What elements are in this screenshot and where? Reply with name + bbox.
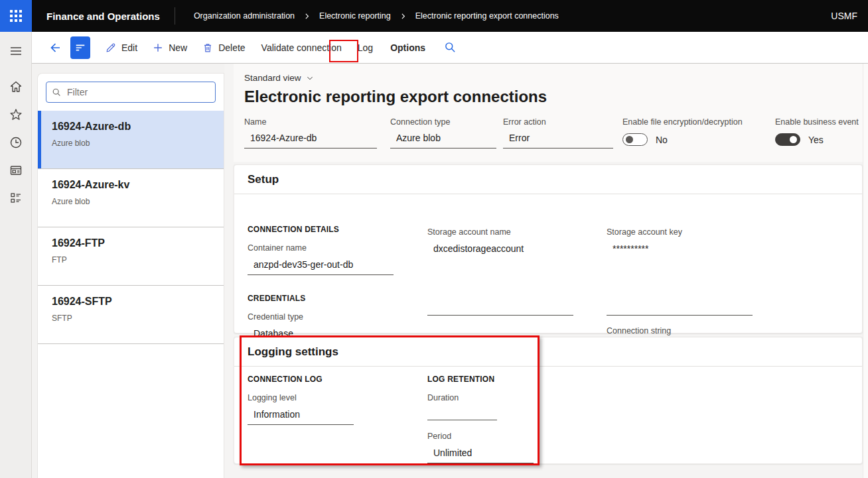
name-field-label: Name	[244, 117, 390, 127]
log-button[interactable]: Log	[358, 42, 373, 53]
error-action-field-label: Error action	[503, 117, 622, 127]
business-event-toggle[interactable]	[775, 133, 800, 146]
business-event-toggle-value: Yes	[808, 135, 824, 145]
name-field: Name 16924-Azure-db	[244, 117, 390, 149]
connection-details-group: CONNECTION DETAILS Container name anzpd-…	[248, 225, 413, 275]
connection-type-field-label: Connection type	[390, 117, 503, 127]
plus-icon	[152, 42, 164, 54]
list-item-sftp[interactable]: 16924-SFTP SFTP	[38, 286, 224, 344]
logging-settings-section-header[interactable]: Logging settings	[234, 337, 862, 367]
company-selector[interactable]: USMF	[831, 11, 857, 21]
filter-box[interactable]	[46, 82, 216, 103]
new-button[interactable]: New	[152, 42, 187, 54]
edit-button[interactable]: Edit	[105, 42, 137, 54]
storage-account-name-value: dxcedistorageaccount	[427, 243, 593, 259]
duration-label: Duration	[427, 393, 593, 402]
header-fields-row: Name 16924-Azure-db Connection type Azur…	[244, 117, 863, 149]
recent-clock-icon[interactable]	[5, 131, 27, 154]
setup-section-header[interactable]: Setup	[234, 165, 862, 194]
connection-log-group-header: CONNECTION LOG	[248, 375, 413, 384]
pencil-icon	[105, 42, 117, 54]
breadcrumb: Organization administration Electronic r…	[194, 11, 559, 21]
connection-name: 16924-Azure-kv	[52, 179, 214, 191]
connection-string-label: Connection string	[607, 326, 772, 335]
storage-account-name-label: Storage account name	[427, 227, 593, 237]
logging-level-input[interactable]: Information	[248, 409, 354, 425]
delete-button[interactable]: Delete	[202, 42, 245, 54]
setup-section: Setup CONNECTION DETAILS Container name …	[234, 164, 863, 333]
app-launcher-waffle-icon[interactable]	[0, 0, 32, 32]
back-button[interactable]	[46, 39, 64, 56]
connection-name: 16924-Azure-db	[52, 121, 214, 133]
connection-type: Azure blob	[52, 197, 214, 206]
logging-level-label: Logging level	[248, 393, 413, 402]
waffle-grid-icon	[10, 10, 22, 22]
edit-button-label: Edit	[121, 42, 137, 53]
connection-type: FTP	[52, 255, 214, 265]
storage-account-key-value: **********	[607, 243, 772, 259]
list-item-azure-db[interactable]: 16924-Azure-db Azure blob	[38, 111, 224, 169]
chevron-right-icon	[303, 13, 311, 20]
connection-log-group: CONNECTION LOG Logging level Information	[248, 375, 413, 425]
menu-icon[interactable]	[5, 40, 27, 62]
log-button-label: Log	[358, 42, 373, 53]
empty-field-input[interactable]	[427, 315, 573, 316]
options-label: Options	[390, 42, 425, 53]
vertical-scrollbar[interactable]	[863, 64, 868, 478]
topbar-divider	[175, 7, 175, 25]
list-item-ftp[interactable]: 16924-FTP FTP	[38, 227, 224, 286]
storage-account-name-field: Storage account name dxcedistorageaccoun…	[427, 227, 593, 259]
error-action-field: Error action Error	[503, 117, 622, 149]
toggle-knob	[626, 136, 633, 143]
breadcrumb-area[interactable]: Electronic reporting	[319, 11, 391, 21]
connection-name: 16924-FTP	[52, 237, 214, 249]
page-title: Electronic reporting export connections	[244, 88, 863, 106]
news-icon[interactable]	[5, 159, 27, 182]
container-name-input[interactable]: anzpd-dev35-ger-out-db	[248, 259, 394, 275]
encryption-field: Enable file encryption/decryption No	[622, 117, 775, 149]
page-header: Standard view Electronic reporting expor…	[234, 64, 863, 162]
log-retention-group: LOG RETENTION Duration Period Unlimited	[427, 375, 593, 463]
breadcrumb-page[interactable]: Electronic reporting export connections	[415, 11, 559, 21]
encryption-toggle-value: No	[656, 135, 668, 145]
new-button-label: New	[169, 42, 187, 53]
main-content: Standard view Electronic reporting expor…	[224, 64, 868, 478]
connection-type: Azure blob	[52, 139, 214, 148]
app-title[interactable]: Finance and Operations	[32, 11, 175, 22]
home-icon[interactable]	[5, 76, 27, 98]
breadcrumb-module[interactable]: Organization administration	[194, 11, 295, 21]
connection-type-field-input[interactable]: Azure blob	[390, 133, 496, 149]
favorites-star-icon[interactable]	[5, 103, 27, 126]
connections-list-card: 16924-Azure-db Azure blob 16924-Azure-kv…	[37, 73, 224, 478]
period-label: Period	[427, 432, 593, 441]
credential-type-label: Credential type	[248, 312, 413, 322]
duration-input[interactable]	[427, 420, 497, 420]
toggle-list-pane-button[interactable]	[70, 36, 90, 59]
connections-list: 16924-Azure-db Azure blob 16924-Azure-kv…	[38, 111, 224, 344]
toggle-knob	[790, 136, 797, 143]
list-item-azure-kv[interactable]: 16924-Azure-kv Azure blob	[38, 169, 224, 227]
chevron-right-icon	[399, 13, 407, 20]
search-icon[interactable]	[444, 41, 457, 54]
filter-input[interactable]	[67, 87, 210, 97]
view-selector[interactable]: Standard view	[244, 73, 314, 83]
log-retention-group-header: LOG RETENTION	[427, 375, 593, 384]
credentials-group-header: CREDENTIALS	[248, 294, 413, 303]
connection-name: 16924-SFTP	[52, 296, 214, 308]
error-action-field-input[interactable]: Error	[503, 133, 613, 149]
encryption-toggle[interactable]	[622, 133, 648, 146]
modules-icon[interactable]	[5, 187, 27, 209]
name-field-input[interactable]: 16924-Azure-db	[244, 133, 377, 149]
business-event-field-label: Enable business event	[775, 117, 859, 127]
options-menu-tab[interactable]: Options	[390, 42, 425, 53]
empty-field-input[interactable]	[607, 315, 753, 316]
connection-details-group-header: CONNECTION DETAILS	[248, 225, 413, 234]
period-input[interactable]: Unlimited	[427, 448, 534, 463]
connection-type: SFTP	[52, 314, 214, 323]
trash-icon	[202, 42, 214, 54]
logging-settings-section: Logging settings CONNECTION LOG Logging …	[234, 337, 863, 464]
search-icon	[52, 88, 62, 97]
action-bar: Edit New Delete Validate connection	[32, 32, 868, 64]
log-button-highlight-box	[329, 40, 358, 62]
business-event-field: Enable business event Yes	[775, 117, 859, 149]
